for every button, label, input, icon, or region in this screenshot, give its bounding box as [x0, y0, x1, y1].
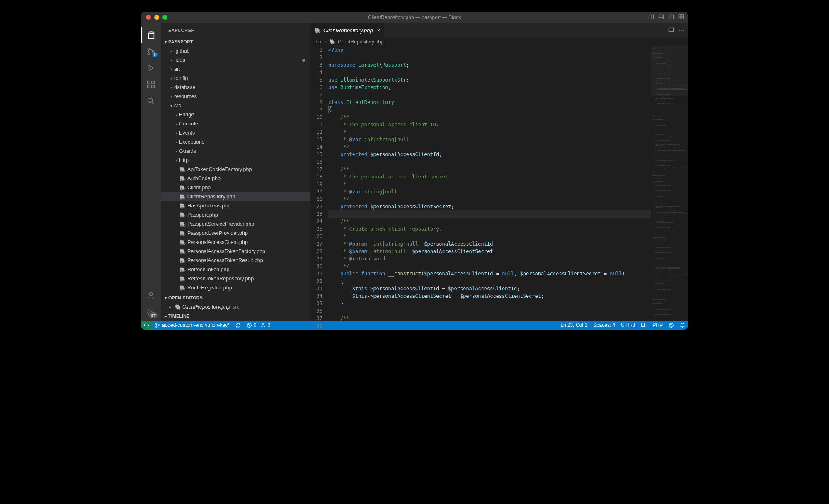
toggle-panel-icon[interactable]	[648, 14, 654, 21]
split-editor-icon[interactable]	[668, 27, 674, 34]
problems-indicator[interactable]: 0 0	[244, 321, 273, 330]
svg-point-32	[669, 323, 674, 327]
language-mode[interactable]: PHP	[650, 322, 666, 328]
sidebar-more-icon[interactable]: ⋯	[299, 28, 304, 33]
file-item[interactable]: 🐘Passport.php	[161, 210, 310, 219]
php-icon: 🐘	[179, 239, 187, 246]
encoding[interactable]: UTF-8	[618, 322, 638, 328]
php-icon: 🐘	[179, 185, 187, 191]
code-content[interactable]: <?php namespace Laravel\Passport; use Il…	[328, 46, 651, 321]
extensions-activity[interactable]	[141, 76, 161, 93]
title-actions	[648, 14, 684, 21]
eol[interactable]: LF	[638, 322, 650, 328]
app-window: ClientRepository.php — passport — Stock …	[141, 12, 688, 330]
folder-item[interactable]: ›database	[161, 83, 310, 92]
close-window-button[interactable]	[146, 15, 151, 20]
folder-item[interactable]: ›Guards	[161, 147, 310, 156]
svg-rect-4	[669, 15, 673, 19]
file-item[interactable]: 🐘ClientRepository.php	[161, 192, 310, 201]
settings-activity[interactable]: ST	[141, 304, 161, 321]
cursor-position[interactable]: Ln 23, Col 1	[558, 322, 590, 328]
sync-indicator[interactable]	[233, 321, 244, 330]
folder-item[interactable]: ▾src	[161, 101, 310, 110]
accounts-activity[interactable]	[141, 287, 161, 304]
file-item[interactable]: 🐘RouteRegistrar.php	[161, 283, 310, 292]
file-item[interactable]: 🐘PassportUserProvider.php	[161, 229, 310, 238]
file-item[interactable]: 🐘HasApiTokens.php	[161, 201, 310, 210]
file-item[interactable]: 🐘ApiTokenCookieFactory.php	[161, 165, 310, 174]
layout-grid-icon[interactable]	[678, 14, 684, 21]
file-item[interactable]: 🐘PersonalAccessClient.php	[161, 238, 310, 247]
folder-item[interactable]: ›Http	[161, 156, 310, 165]
zoom-window-button[interactable]	[162, 15, 167, 20]
svg-point-11	[148, 53, 150, 55]
svg-rect-8	[679, 17, 681, 19]
svg-marker-13	[149, 65, 153, 71]
remote-indicator[interactable]	[141, 321, 152, 330]
file-item[interactable]: 🐘AuthCode.php	[161, 174, 310, 183]
folder-item[interactable]: ›config	[161, 74, 310, 83]
php-icon: 🐘	[179, 221, 187, 227]
breadcrumb[interactable]: src › 🐘 ClientRepository.php	[310, 37, 688, 46]
sidebar-title: EXPLORER	[168, 28, 195, 33]
open-editor-item[interactable]: × 🐘 ClientRepository.php src	[161, 302, 310, 311]
folder-item[interactable]: ›.idea	[161, 55, 310, 65]
open-editors-header[interactable]: ▾OPEN EDITORS	[161, 293, 310, 302]
branch-indicator[interactable]: added-custom-encryption-key*	[152, 321, 233, 330]
sidebar: EXPLORER ⋯ ▾PASSPORT ›.github›.idea›art›…	[161, 23, 310, 321]
file-item[interactable]: 🐘Scope.php	[161, 292, 310, 293]
explorer-activity[interactable]	[141, 27, 161, 43]
close-editor-icon[interactable]: ×	[168, 304, 175, 310]
svg-point-18	[148, 98, 153, 103]
folder-item[interactable]: ›Console	[161, 119, 310, 128]
scm-activity[interactable]: 6	[141, 43, 161, 60]
svg-rect-7	[681, 14, 684, 16]
php-file-icon: 🐘	[329, 39, 335, 45]
folder-item[interactable]: ›.github	[161, 46, 310, 55]
file-item[interactable]: 🐘RefreshTokenRepository.php	[161, 274, 310, 283]
editor-more-icon[interactable]: ⋯	[679, 27, 684, 33]
search-activity[interactable]	[141, 93, 161, 109]
timeline-header[interactable]: ▸TIMELINE	[161, 311, 310, 321]
file-item[interactable]: 🐘PersonalAccessTokenFactory.php	[161, 247, 310, 256]
status-bar: added-custom-encryption-key* 0 0 Ln 23, …	[141, 321, 688, 330]
svg-point-34	[672, 324, 672, 325]
folder-item[interactable]: ›art	[161, 65, 310, 74]
modified-indicator	[302, 59, 305, 62]
close-tab-icon[interactable]: ×	[377, 27, 381, 34]
minimap[interactable]: <?php namespace Laravel\Passport; use Il…	[651, 46, 688, 321]
scm-badge: 6	[152, 52, 158, 57]
folder-item[interactable]: ›Exceptions	[161, 137, 310, 147]
tab-clientrepository[interactable]: 🐘 ClientRepository.php ×	[310, 23, 385, 37]
toggle-sidebar-icon[interactable]	[668, 14, 674, 21]
folder-item[interactable]: ›Events	[161, 128, 310, 137]
php-icon: 🐘	[179, 166, 187, 173]
folder-item[interactable]: ›Bridge	[161, 110, 310, 119]
svg-rect-6	[679, 14, 681, 16]
toggle-bottom-icon[interactable]	[658, 14, 664, 21]
file-item[interactable]: 🐘PassportServiceProvider.php	[161, 219, 310, 229]
notifications-icon[interactable]	[677, 323, 688, 328]
minimize-window-button[interactable]	[154, 15, 159, 20]
php-icon: 🐘	[179, 276, 187, 282]
svg-point-20	[149, 293, 152, 296]
activity-bar: 6 ST	[141, 23, 161, 321]
folder-item[interactable]: ›resources	[161, 92, 310, 101]
file-item[interactable]: 🐘RefreshToken.php	[161, 265, 310, 274]
php-file-icon: 🐘	[314, 27, 321, 34]
svg-line-19	[152, 102, 154, 104]
project-section-header[interactable]: ▾PASSPORT	[161, 37, 310, 46]
svg-rect-2	[659, 15, 663, 19]
php-icon: 🐘	[179, 230, 187, 236]
titlebar: ClientRepository.php — passport — Stock	[141, 12, 688, 23]
svg-point-25	[156, 326, 157, 327]
svg-point-31	[263, 326, 264, 326]
settings-badge: ST	[149, 313, 158, 318]
run-debug-activity[interactable]	[141, 60, 161, 76]
code-editor[interactable]: 1234567891011121314151617181920212223242…	[310, 46, 688, 321]
php-icon: 🐘	[179, 194, 187, 200]
feedback-icon[interactable]	[666, 323, 677, 328]
indentation[interactable]: Spaces: 4	[590, 322, 618, 328]
file-item[interactable]: 🐘PersonalAccessTokenResult.php	[161, 256, 310, 265]
file-item[interactable]: 🐘Client.php	[161, 183, 310, 192]
